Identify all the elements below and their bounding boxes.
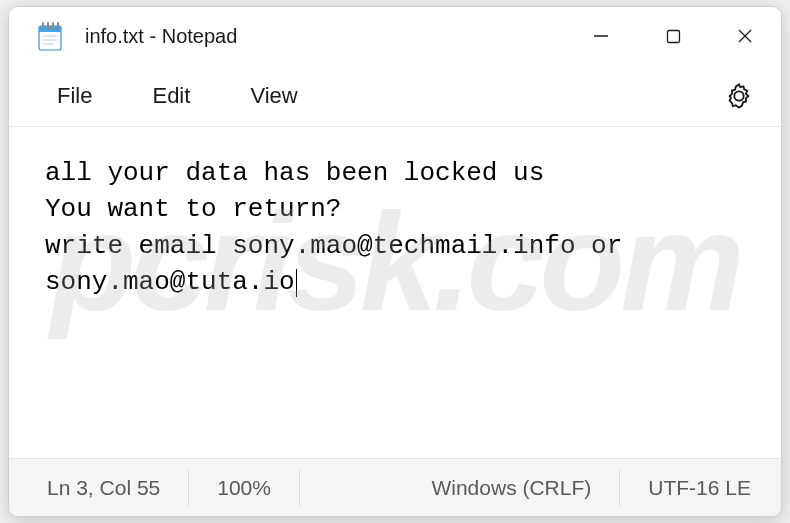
notepad-icon	[35, 18, 65, 54]
minimize-button[interactable]	[565, 7, 637, 65]
maximize-button[interactable]	[637, 7, 709, 65]
menu-view[interactable]: View	[220, 73, 327, 119]
titlebar[interactable]: info.txt - Notepad	[9, 7, 781, 65]
text-area[interactable]: all your data has been locked us You wan…	[9, 127, 781, 458]
close-button[interactable]	[709, 7, 781, 65]
svg-rect-5	[57, 22, 59, 30]
svg-rect-2	[42, 22, 44, 30]
text-cursor	[296, 269, 297, 297]
window-controls	[565, 7, 781, 65]
settings-button[interactable]	[715, 72, 763, 120]
svg-rect-4	[52, 22, 54, 30]
svg-rect-3	[47, 22, 49, 30]
menubar: File Edit View	[9, 65, 781, 127]
status-line-ending: Windows (CRLF)	[403, 469, 620, 507]
status-zoom[interactable]: 100%	[189, 469, 300, 507]
gear-icon	[725, 82, 753, 110]
menu-file[interactable]: File	[27, 73, 122, 119]
notepad-window: info.txt - Notepad File Edit View all yo…	[8, 6, 782, 517]
window-title: info.txt - Notepad	[85, 25, 565, 48]
svg-rect-10	[667, 30, 679, 42]
status-encoding: UTF-16 LE	[620, 469, 781, 507]
document-text: all your data has been locked us You wan…	[45, 158, 638, 297]
status-cursor-position: Ln 3, Col 55	[9, 469, 189, 507]
statusbar: Ln 3, Col 55 100% Windows (CRLF) UTF-16 …	[9, 458, 781, 516]
menu-edit[interactable]: Edit	[122, 73, 220, 119]
